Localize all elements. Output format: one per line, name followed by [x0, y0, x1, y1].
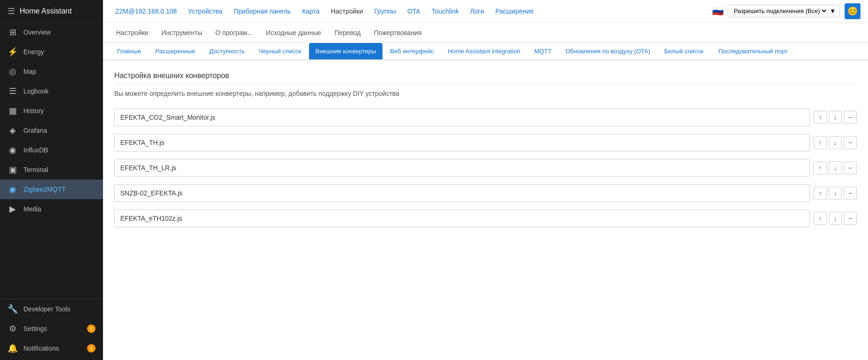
- tab-external-converters[interactable]: Внешние конвертеры: [309, 43, 383, 59]
- section-desc: Вы можете определить внешние конвертеры,…: [114, 90, 857, 97]
- connect-select[interactable]: Разрешить подключения (Все): [732, 7, 828, 15]
- converter-input-4[interactable]: [114, 209, 810, 227]
- connect-dropdown[interactable]: Разрешить подключения (Все) ▼: [728, 5, 840, 17]
- tab-allowlist[interactable]: Белый список: [658, 43, 710, 59]
- row-actions-4: ↑ ↓ −: [814, 212, 857, 225]
- top-nav: Z2M@192.168.0.108 Устройства Приборная п…: [103, 0, 868, 22]
- topnav-ota[interactable]: OTA: [403, 5, 425, 18]
- converter-input-0[interactable]: [114, 108, 810, 126]
- sidebar-item-energy[interactable]: ⚡ Energy: [0, 42, 103, 62]
- sidebar-item-media[interactable]: ▶ Media: [0, 199, 103, 219]
- topnav-devices[interactable]: Устройства: [184, 5, 227, 18]
- sidebar-item-map[interactable]: ◎ Map: [0, 62, 103, 81]
- sidebar-item-label: Settings: [23, 325, 47, 332]
- sidebar-item-settings[interactable]: ⚙ Settings 1: [0, 319, 103, 338]
- move-up-button-3[interactable]: ↑: [814, 187, 827, 200]
- sidebar-item-logbook[interactable]: ☰ Logbook: [0, 81, 103, 101]
- topnav-extensions[interactable]: Расширения: [491, 5, 538, 18]
- sidebar-item-developer-tools[interactable]: 🔧 Developer Tools: [0, 299, 103, 319]
- move-down-button-4[interactable]: ↓: [829, 212, 842, 225]
- notifications-icon: 🔔: [7, 343, 18, 353]
- remove-button-3[interactable]: −: [844, 187, 857, 200]
- sidebar: ☰ Home Assistant ⊞ Overview ⚡ Energy ◎ M…: [0, 0, 103, 360]
- tab-availability[interactable]: Доступность: [203, 43, 251, 59]
- sidebar-item-label: Notifications: [23, 345, 59, 352]
- topnav-groups[interactable]: Группы: [369, 5, 401, 18]
- topnav-map[interactable]: Карта: [297, 5, 324, 18]
- subnav-donations[interactable]: Пожертвования: [368, 26, 427, 39]
- z2m-link[interactable]: Z2M@192.168.0.108: [110, 5, 182, 18]
- map-icon: ◎: [7, 66, 18, 77]
- subnav-settings[interactable]: Настройки: [110, 26, 154, 39]
- content-area: Настройка внешних конверторов Вы можете …: [103, 60, 868, 360]
- sidebar-item-label: Overview: [23, 29, 51, 36]
- move-down-button-2[interactable]: ↓: [829, 161, 842, 174]
- topnav-logs[interactable]: Логи: [465, 5, 489, 18]
- sidebar-item-overview[interactable]: ⊞ Overview: [0, 22, 103, 42]
- sidebar-item-grafana[interactable]: ◈ Grafana: [0, 121, 103, 140]
- sidebar-item-history[interactable]: ▦ History: [0, 101, 103, 121]
- dropdown-arrow-icon: ▼: [830, 7, 836, 14]
- sidebar-item-label: Energy: [23, 48, 44, 56]
- media-icon: ▶: [7, 204, 18, 214]
- converter-row-2: ↑ ↓ −: [114, 159, 857, 177]
- remove-button-0[interactable]: −: [844, 111, 857, 124]
- remove-button-1[interactable]: −: [844, 136, 857, 149]
- sidebar-item-terminal[interactable]: ▣ Terminal: [0, 160, 103, 180]
- sidebar-item-zigbee2mqtt[interactable]: ◉ Zigbee2MQTT: [0, 180, 103, 199]
- sidebar-item-label: Logbook: [23, 87, 49, 95]
- tab-ha-integration[interactable]: Home Assistant integration: [441, 43, 527, 59]
- move-down-button-1[interactable]: ↓: [829, 136, 842, 149]
- grafana-icon: ◈: [7, 125, 18, 136]
- move-down-button-3[interactable]: ↓: [829, 187, 842, 200]
- tab-mqtt[interactable]: MQTT: [528, 43, 558, 59]
- move-up-button-0[interactable]: ↑: [814, 111, 827, 124]
- converter-input-3[interactable]: [114, 184, 810, 202]
- sidebar-item-label: Terminal: [23, 166, 48, 173]
- tab-blocklist[interactable]: Черный список: [252, 43, 308, 59]
- subnav-about[interactable]: О програм...: [210, 26, 258, 39]
- tabs-bar: Главные Расширенные Доступность Черный с…: [103, 43, 868, 60]
- tab-main[interactable]: Главные: [110, 43, 148, 59]
- move-up-button-4[interactable]: ↑: [814, 212, 827, 225]
- sidebar-item-influxdb[interactable]: ◉ InfluxDB: [0, 140, 103, 160]
- converter-input-1[interactable]: [114, 134, 810, 151]
- topnav-dashboard[interactable]: Приборная панель: [229, 5, 295, 18]
- sidebar-bottom: 🔧 Developer Tools ⚙ Settings 1 🔔 Notific…: [0, 299, 103, 360]
- sidebar-item-notifications[interactable]: 🔔 Notifications 1: [0, 338, 103, 358]
- emoji-button[interactable]: 😊: [845, 3, 861, 19]
- menu-icon[interactable]: ☰: [7, 6, 15, 16]
- converter-row-1: ↑ ↓ −: [114, 134, 857, 151]
- move-up-button-1[interactable]: ↑: [814, 136, 827, 149]
- row-actions-2: ↑ ↓ −: [814, 161, 857, 174]
- move-down-button-0[interactable]: ↓: [829, 111, 842, 124]
- sub-nav: Настройки Инструменты О програм... Исход…: [103, 22, 868, 43]
- converter-row-0: ↑ ↓ −: [114, 108, 857, 126]
- tab-sequential-port[interactable]: Последовательный порт: [712, 43, 794, 59]
- tab-advanced[interactable]: Расширенные: [149, 43, 202, 59]
- topnav-touchlink[interactable]: Touchlink: [427, 5, 463, 18]
- section-title: Настройка внешних конверторов: [114, 72, 857, 84]
- influxdb-icon: ◉: [7, 145, 18, 155]
- notifications-badge: 1: [87, 344, 96, 353]
- row-actions-1: ↑ ↓ −: [814, 136, 857, 149]
- converter-input-2[interactable]: [114, 159, 810, 177]
- logbook-icon: ☰: [7, 86, 18, 96]
- subnav-translate[interactable]: Перевод: [329, 26, 366, 39]
- remove-button-4[interactable]: −: [844, 212, 857, 225]
- main-content: Z2M@192.168.0.108 Устройства Приборная п…: [103, 0, 868, 360]
- tab-web-interface[interactable]: Веб интерфейс: [383, 43, 440, 59]
- converter-row-4: ↑ ↓ −: [114, 209, 857, 227]
- settings-icon: ⚙: [7, 324, 18, 334]
- flag-icon: 🇷🇺: [712, 6, 724, 17]
- subnav-source[interactable]: Исходные данные: [260, 26, 327, 39]
- tab-ota-updates[interactable]: Обновления по воздуху (OTA): [559, 43, 657, 59]
- row-actions-3: ↑ ↓ −: [814, 187, 857, 200]
- subnav-tools[interactable]: Инструменты: [156, 26, 208, 39]
- remove-button-2[interactable]: −: [844, 161, 857, 174]
- overview-icon: ⊞: [7, 27, 18, 37]
- developer-tools-icon: 🔧: [7, 304, 18, 314]
- topnav-settings[interactable]: Настройки: [326, 5, 368, 18]
- move-up-button-2[interactable]: ↑: [814, 161, 827, 174]
- sidebar-item-label: InfluxDB: [23, 146, 48, 154]
